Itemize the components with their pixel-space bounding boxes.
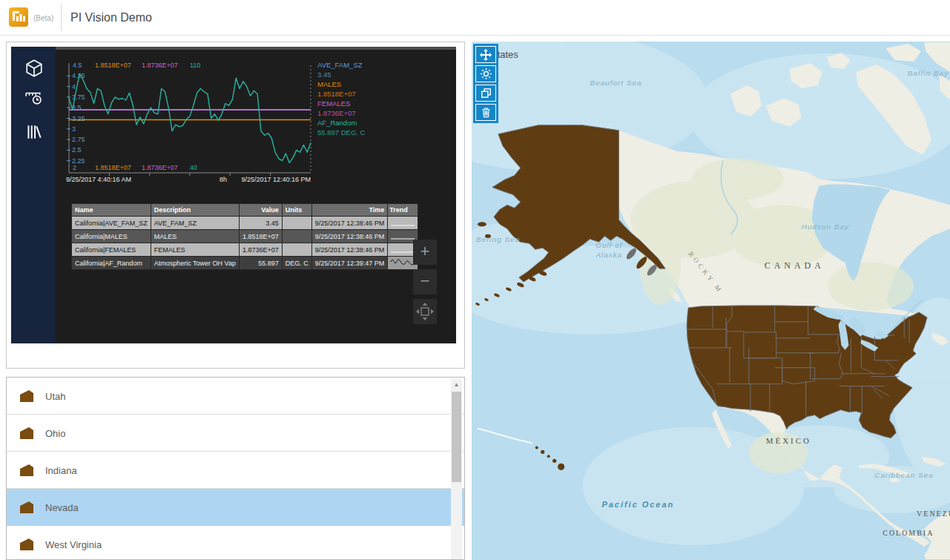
scroll-up-arrow[interactable]: ▲ bbox=[451, 379, 462, 390]
map-label-canada: CANADA bbox=[765, 260, 825, 271]
svg-text:2.75: 2.75 bbox=[72, 136, 85, 143]
column-header: Value bbox=[239, 204, 282, 217]
app-header: (Beta) PI Vision Demo bbox=[0, 0, 950, 36]
svg-text:4.5: 4.5 bbox=[73, 62, 82, 69]
legend-pen-name: AVE_FAM_SZ bbox=[317, 60, 365, 70]
state-label: Nevada bbox=[45, 502, 79, 513]
map-label-baffin-bay: Baffin Bay bbox=[908, 69, 949, 77]
state-shape-icon bbox=[19, 501, 34, 514]
map-label-colombia: COLOMBIA bbox=[883, 529, 934, 537]
table-cell: MALES bbox=[151, 230, 239, 243]
table-cell: 1.8736E+07 bbox=[239, 243, 282, 257]
svg-text:4: 4 bbox=[72, 83, 76, 90]
state-list-item-indiana[interactable]: Indiana bbox=[7, 452, 464, 489]
svg-text:110: 110 bbox=[190, 62, 200, 69]
legend-pen-name: FEMALES bbox=[317, 99, 365, 108]
display-zoom-controls: + − bbox=[413, 240, 437, 329]
map-label-pacific-ocean: Pacific Ocean bbox=[601, 500, 674, 509]
svg-text:8h: 8h bbox=[220, 176, 227, 183]
svg-text:3.25: 3.25 bbox=[72, 115, 85, 122]
zoom-out-button[interactable]: − bbox=[413, 269, 437, 294]
map-label-gulf-of-alaska-1: Gulf of bbox=[596, 241, 623, 249]
table-row[interactable]: California|MALESMALES1.8518E+079/25/2017… bbox=[72, 230, 418, 243]
table-cell: 3.45 bbox=[239, 217, 282, 230]
map-label-mexico: MÉXICO bbox=[766, 436, 811, 445]
state-list-item-west-virginia[interactable]: West Virginia bbox=[7, 526, 464, 560]
display-sidebar bbox=[11, 47, 56, 343]
state-shape-icon bbox=[19, 538, 34, 551]
svg-text:1.8736E+07: 1.8736E+07 bbox=[142, 164, 178, 171]
svg-text:1.8518E+07: 1.8518E+07 bbox=[95, 62, 131, 69]
state-list-item-utah[interactable]: Utah bbox=[7, 378, 464, 415]
state-shape-icon bbox=[19, 426, 34, 440]
state-list-item-nevada[interactable]: Nevada bbox=[7, 489, 464, 526]
events-clock-icon[interactable] bbox=[24, 88, 44, 108]
symbol-toolbar bbox=[473, 44, 498, 123]
svg-text:9/25/2017 12:40:16 PM: 9/25/2017 12:40:16 PM bbox=[241, 176, 311, 183]
legend-pen-name: MALES bbox=[317, 79, 365, 89]
library-books-icon[interactable] bbox=[24, 122, 44, 142]
panel-drag-strip[interactable] bbox=[11, 47, 456, 50]
svg-text:9/25/2017 4:40:16 AM: 9/25/2017 4:40:16 AM bbox=[66, 176, 131, 183]
fit-to-view-icon bbox=[415, 301, 435, 322]
assets-cube-icon[interactable] bbox=[24, 59, 44, 78]
table-row[interactable]: California|AVE_FAM_SZAVE_FAM_SZ3.459/25/… bbox=[72, 217, 418, 230]
fit-to-view-button[interactable] bbox=[413, 299, 437, 324]
state-shape-icon bbox=[19, 389, 34, 403]
trend-display-card: 4.2543.753.53.2532.752.52.254.51.8518E+0… bbox=[6, 42, 465, 369]
state-list-item-ohio[interactable]: Ohio bbox=[7, 415, 464, 452]
page-title: PI Vision Demo bbox=[70, 11, 152, 24]
map-label-caribbean-sea: Caribbean Sea bbox=[874, 471, 933, 479]
column-header: Trend bbox=[388, 204, 418, 217]
table-cell: California|MALES bbox=[72, 230, 151, 243]
zoom-in-button[interactable]: + bbox=[413, 240, 437, 265]
table-row[interactable]: California|FEMALESFEMALES1.8736E+079/25/… bbox=[72, 243, 418, 257]
settings-gear-icon bbox=[480, 67, 492, 80]
duplicate-button[interactable] bbox=[475, 85, 496, 102]
legend-pen-value: 1.8518E+07 bbox=[317, 89, 365, 99]
column-header: Name bbox=[72, 204, 151, 217]
table-cell: 55.897 bbox=[239, 257, 282, 270]
list-scrollbar[interactable]: ▲ bbox=[451, 379, 462, 559]
pi-vision-logo-icon bbox=[8, 7, 29, 27]
values-table[interactable]: NameDescriptionValueUnitsTimeTrendCalifo… bbox=[71, 203, 418, 270]
state-label: Indiana bbox=[45, 465, 77, 476]
duplicate-icon bbox=[480, 87, 492, 99]
column-header: Time bbox=[311, 204, 388, 217]
pi-display-panel[interactable]: 4.2543.753.53.2532.752.52.254.51.8518E+0… bbox=[11, 47, 456, 343]
svg-text:3: 3 bbox=[72, 125, 76, 133]
map-label-bering-sea: Bering Sea bbox=[476, 235, 520, 243]
table-cell: 1.8518E+07 bbox=[239, 230, 282, 243]
move-button[interactable] bbox=[475, 46, 496, 63]
table-cell: California|AF_Random bbox=[72, 257, 151, 270]
svg-text:3.75: 3.75 bbox=[72, 93, 85, 101]
map-symbol-panel[interactable]: States bbox=[472, 42, 950, 560]
svg-text:40: 40 bbox=[190, 164, 197, 171]
trend-legend: AVE_FAM_SZ3.45MALES1.8518E+07FEMALES1.87… bbox=[317, 60, 365, 137]
table-cell bbox=[282, 230, 311, 243]
trash-icon bbox=[480, 106, 492, 119]
svg-text:1.8518E+07: 1.8518E+07 bbox=[95, 164, 131, 171]
state-label: Utah bbox=[45, 391, 65, 402]
scrollbar-thumb[interactable] bbox=[452, 392, 461, 482]
map-label-hudson-bay: Hudson Bay bbox=[802, 223, 849, 231]
us-states-map[interactable]: Beaufort SeaBaffin BayBering SeaGulf ofA… bbox=[472, 42, 950, 560]
element-list: UtahOhioIndianaNevadaWest Virginia bbox=[7, 378, 464, 560]
table-cell: FEMALES bbox=[151, 243, 239, 257]
column-header: Units bbox=[282, 204, 311, 217]
table-cell bbox=[282, 217, 311, 230]
delete-button[interactable] bbox=[475, 104, 496, 121]
state-shape-icon bbox=[19, 464, 34, 477]
element-list-card: UtahOhioIndianaNevadaWest Virginia ▲ bbox=[6, 377, 465, 560]
map-label-gulf-of-alaska-2: Alaska bbox=[595, 251, 622, 259]
table-cell: 9/25/2017 12:38:46 PM bbox=[311, 230, 388, 243]
table-cell: AVE_FAM_SZ bbox=[151, 217, 239, 230]
table-cell: 9/25/2017 12:39:47 PM bbox=[311, 257, 388, 270]
table-row[interactable]: California|AF_RandomAtmospheric Tower OH… bbox=[72, 257, 418, 270]
column-header: Description bbox=[151, 204, 239, 217]
header-divider bbox=[61, 4, 62, 31]
table-cell: 9/25/2017 12:38:46 PM bbox=[311, 243, 388, 257]
af-random-trace bbox=[69, 73, 311, 162]
settings-button[interactable] bbox=[475, 65, 496, 82]
map-label-beaufort-sea: Beaufort Sea bbox=[590, 79, 642, 87]
